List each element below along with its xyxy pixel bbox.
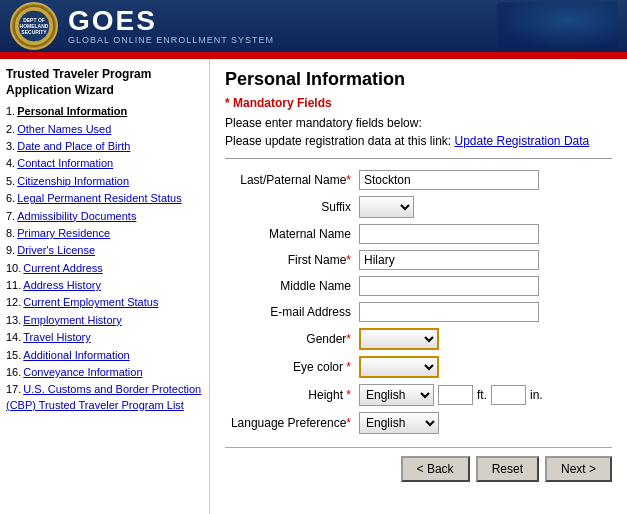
sidebar-item-contact[interactable]: 4.Contact Information	[6, 156, 203, 171]
sidebar-item-cbp-list[interactable]: 17.U.S. Customs and Border Protection (C…	[6, 382, 203, 413]
update-text: Please update registration data at this …	[225, 134, 451, 148]
next-button[interactable]: Next >	[545, 456, 612, 482]
email-label: E-mail Address	[225, 299, 355, 325]
sidebar-item-conveyance[interactable]: 16.Conveyance Information	[6, 365, 203, 380]
sidebar-item-legal-resident[interactable]: 6.Legal Permanent Resident Status	[6, 191, 203, 206]
sidebar-item-address-history[interactable]: 11.Address History	[6, 278, 203, 293]
height-ft-label: ft.	[477, 388, 487, 402]
mandatory-text: Please enter mandatory fields below:	[225, 116, 612, 130]
goes-title: GOES	[68, 7, 274, 35]
back-button[interactable]: < Back	[401, 456, 470, 482]
update-link-row: Please update registration data at this …	[225, 134, 612, 148]
height-in-input[interactable]	[491, 385, 526, 405]
language-label: Language Preference*	[225, 409, 355, 437]
personal-info-form: Last/Paternal Name* Suffix Jr. Sr. II II…	[225, 167, 612, 437]
buttons-area: < Back Reset Next >	[225, 447, 612, 482]
content-area: Personal Information * Mandatory Fields …	[210, 59, 627, 514]
height-in-label: in.	[530, 388, 543, 402]
goes-logo: GOES GLOBAL ONLINE ENROLLMENT SYSTEM	[68, 7, 274, 45]
form-divider	[225, 158, 612, 159]
maternal-name-label: Maternal Name	[225, 221, 355, 247]
sidebar-nav: 1.Personal Information 2.Other Names Use…	[6, 104, 203, 413]
language-select[interactable]: English Spanish	[359, 412, 439, 434]
sidebar-item-travel-history[interactable]: 14.Travel History	[6, 330, 203, 345]
sidebar-item-additional-info[interactable]: 15.Additional Information	[6, 348, 203, 363]
height-ft-input[interactable]	[438, 385, 473, 405]
sidebar-item-admissibility[interactable]: 7.Admissibility Documents	[6, 209, 203, 224]
email-input[interactable]	[359, 302, 539, 322]
middle-name-label: Middle Name	[225, 273, 355, 299]
sidebar-item-citizenship[interactable]: 5.Citizenship Information	[6, 174, 203, 189]
last-name-label: Last/Paternal Name*	[225, 167, 355, 193]
sidebar-item-other-names[interactable]: 2.Other Names Used	[6, 122, 203, 137]
dhs-seal: DEPT OF HOMELAND SECURITY	[10, 2, 58, 50]
language-row: Language Preference* English Spanish	[225, 409, 612, 437]
height-controls: English Metric ft. in.	[359, 384, 608, 406]
email-row: E-mail Address	[225, 299, 612, 325]
middle-name-row: Middle Name	[225, 273, 612, 299]
update-registration-link[interactable]: Update Registration Data	[454, 134, 589, 148]
sidebar-item-employment-history[interactable]: 13.Employment History	[6, 313, 203, 328]
first-name-input[interactable]	[359, 250, 539, 270]
svg-text:SECURITY: SECURITY	[21, 29, 47, 35]
main-layout: Trusted Traveler Program Application Wiz…	[0, 59, 627, 514]
height-label: Height *	[225, 381, 355, 409]
suffix-select[interactable]: Jr. Sr. II III	[359, 196, 414, 218]
mandatory-label: * Mandatory Fields	[225, 96, 612, 110]
suffix-row: Suffix Jr. Sr. II III	[225, 193, 612, 221]
sidebar-item-employment-status[interactable]: 12.Current Employment Status	[6, 295, 203, 310]
header: DEPT OF HOMELAND SECURITY GOES GLOBAL ON…	[0, 0, 627, 55]
eye-color-row: Eye color * Black Blue Brown Gray Green …	[225, 353, 612, 381]
sidebar-item-current-address[interactable]: 10.Current Address	[6, 261, 203, 276]
first-name-row: First Name*	[225, 247, 612, 273]
eye-color-select[interactable]: Black Blue Brown Gray Green Hazel	[359, 356, 439, 378]
globe-decoration	[497, 2, 617, 50]
gender-row: Gender* Male Female	[225, 325, 612, 353]
sidebar-item-drivers-license[interactable]: 9.Driver's License	[6, 243, 203, 258]
gender-label: Gender*	[225, 325, 355, 353]
reset-button[interactable]: Reset	[476, 456, 539, 482]
sidebar: Trusted Traveler Program Application Wiz…	[0, 59, 210, 514]
last-name-row: Last/Paternal Name*	[225, 167, 612, 193]
sidebar-item-personal-information[interactable]: 1.Personal Information	[6, 104, 203, 119]
last-name-input[interactable]	[359, 170, 539, 190]
first-name-label: First Name*	[225, 247, 355, 273]
height-row: Height * English Metric ft. in.	[225, 381, 612, 409]
height-unit-select[interactable]: English Metric	[359, 384, 434, 406]
goes-subtitle: GLOBAL ONLINE ENROLLMENT SYSTEM	[68, 35, 274, 45]
middle-name-input[interactable]	[359, 276, 539, 296]
maternal-name-input[interactable]	[359, 224, 539, 244]
eye-color-label: Eye color *	[225, 353, 355, 381]
sidebar-item-date-birth[interactable]: 3.Date and Place of Birth	[6, 139, 203, 154]
page-title: Personal Information	[225, 69, 612, 90]
sidebar-item-primary-residence[interactable]: 8.Primary Residence	[6, 226, 203, 241]
gender-select[interactable]: Male Female	[359, 328, 439, 350]
maternal-name-row: Maternal Name	[225, 221, 612, 247]
suffix-label: Suffix	[225, 193, 355, 221]
sidebar-title: Trusted Traveler Program Application Wiz…	[6, 67, 203, 98]
